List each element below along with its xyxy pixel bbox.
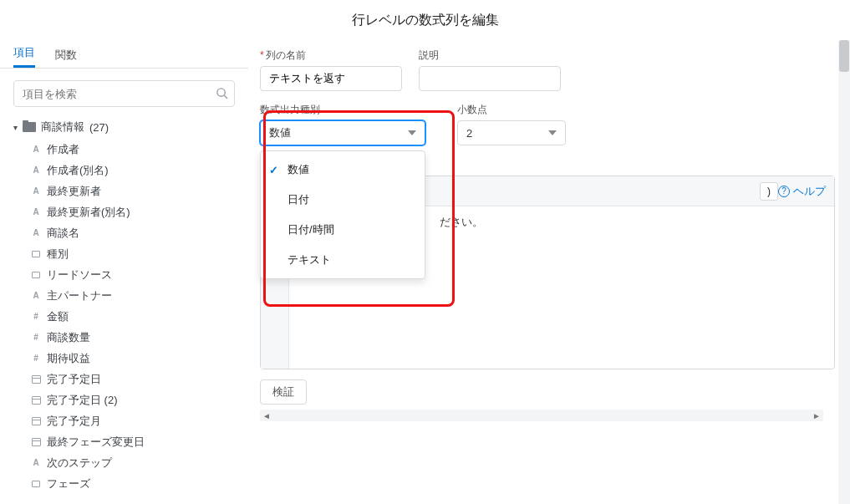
column-name-col: *列の名前 xyxy=(260,48,402,91)
form-row-2: 数式出力種別 数値 数値日付日付/時間テキスト 小数点 2 xyxy=(260,103,835,145)
svg-point-0 xyxy=(217,89,225,96)
tree-item[interactable]: #金額 xyxy=(30,306,243,327)
output-type-option[interactable]: 日付 xyxy=(261,185,425,215)
tree-item[interactable]: A商談名 xyxy=(30,222,243,243)
tree-item-label: 種別 xyxy=(47,247,69,262)
chevron-down-icon xyxy=(548,130,557,135)
body: 項目 関数 ▾ 商談情報 (27) A作成者A作成者(別名)A最終更新者A最終更… xyxy=(0,40,850,504)
output-type-option[interactable]: テキスト xyxy=(261,245,425,275)
tree-item[interactable]: 完了予定日 xyxy=(30,369,243,389)
type-icon: # xyxy=(30,354,42,363)
field-tree[interactable]: ▾ 商談情報 (27) A作成者A作成者(別名)A最終更新者A最終更新者(別名)… xyxy=(13,115,248,504)
type-icon: A xyxy=(30,291,42,300)
dialog-root: 行レベルの数式列を編集 項目 関数 ▾ 商談情報 (27) xyxy=(0,0,850,504)
tree-item-label: 最終フェーズ変更日 xyxy=(47,435,145,450)
decimals-col: 小数点 2 xyxy=(457,103,566,145)
type-icon xyxy=(30,417,42,425)
right-pane: *列の名前 説明 数式出力種別 数値 数値日付日付/時間テ xyxy=(248,40,850,504)
output-type-option[interactable]: 数値 xyxy=(261,155,425,185)
tree-item-label: 商談数量 xyxy=(47,330,90,345)
tree-list: A作成者A作成者(別名)A最終更新者A最終更新者(別名)A商談名種別リードソース… xyxy=(30,139,243,494)
chevron-down-icon xyxy=(408,130,416,135)
type-icon xyxy=(30,438,42,446)
output-type-value: 数値 xyxy=(269,125,291,140)
tree-item[interactable]: A作成者(別名) xyxy=(30,160,243,181)
paren-button[interactable]: ) xyxy=(760,182,778,201)
search-wrap xyxy=(13,80,235,107)
tree-item-label: 作成者(別名) xyxy=(47,163,109,178)
tree-item[interactable]: 種別 xyxy=(30,243,243,264)
tree-item-label: 作成者 xyxy=(47,142,79,157)
type-icon: A xyxy=(30,458,42,467)
help-icon: ? xyxy=(778,186,790,197)
type-icon xyxy=(30,481,42,487)
tree-item-label: 最終更新者 xyxy=(47,184,101,199)
tree-item-label: 完了予定日 (2) xyxy=(47,393,118,408)
output-type-col: 数式出力種別 数値 数値日付日付/時間テキスト xyxy=(260,103,425,145)
tree-item[interactable]: A次のステップ xyxy=(30,452,243,473)
scroll-thumb[interactable] xyxy=(839,40,849,72)
tab-fields[interactable]: 項目 xyxy=(13,45,35,68)
search-icon xyxy=(216,87,228,102)
help-link[interactable]: ? ヘルプ xyxy=(778,184,826,199)
column-name-input[interactable] xyxy=(260,66,402,91)
tree-item-label: 最終更新者(別名) xyxy=(47,205,130,220)
column-name-label: *列の名前 xyxy=(260,48,402,63)
help-label: ヘルプ xyxy=(793,184,826,199)
formula-placeholder: ださい。 xyxy=(440,215,483,230)
output-type-label: 数式出力種別 xyxy=(260,103,425,117)
output-type-select[interactable]: 数値 xyxy=(260,120,425,145)
tree-folder[interactable]: ▾ 商談情報 (27) xyxy=(13,115,243,139)
type-icon: A xyxy=(30,228,42,237)
type-icon: A xyxy=(30,165,42,175)
decimals-select[interactable]: 2 xyxy=(457,120,566,145)
tree-item[interactable]: #商談数量 xyxy=(30,327,243,348)
tree-item[interactable]: フェーズ xyxy=(30,473,243,494)
validate-button[interactable]: 検証 xyxy=(260,379,307,405)
vertical-scrollbar[interactable] xyxy=(838,40,850,504)
tabs: 項目 関数 xyxy=(0,40,248,69)
validate-row: 検証 xyxy=(260,379,835,405)
search-input[interactable] xyxy=(13,80,235,107)
type-icon: # xyxy=(30,312,42,321)
tree-item[interactable]: A最終更新者(別名) xyxy=(30,201,243,222)
tree-item[interactable]: リードソース xyxy=(30,264,243,285)
decimals-value: 2 xyxy=(466,127,472,140)
type-icon xyxy=(30,375,42,384)
folder-count: (27) xyxy=(89,121,109,134)
type-icon: A xyxy=(30,186,42,196)
folder-icon xyxy=(23,122,36,132)
output-type-wrap: 数値 数値日付日付/時間テキスト xyxy=(260,120,425,145)
tab-functions[interactable]: 関数 xyxy=(55,48,77,68)
description-col: 説明 xyxy=(419,48,561,91)
tree-item[interactable]: #期待収益 xyxy=(30,348,243,369)
description-input[interactable] xyxy=(419,66,561,91)
tree-item-label: 商談名 xyxy=(47,226,79,241)
type-icon: # xyxy=(30,333,42,342)
scroll-right-icon: ► xyxy=(812,411,821,420)
tree-item[interactable]: A最終更新者 xyxy=(30,181,243,201)
folder-label: 商談情報 xyxy=(41,120,84,135)
tree-item[interactable]: A主パートナー xyxy=(30,285,243,306)
type-icon: A xyxy=(30,207,42,216)
tree-item[interactable]: 最終フェーズ変更日 xyxy=(30,431,243,452)
type-icon xyxy=(30,272,42,278)
tree-item-label: フェーズ xyxy=(47,476,90,491)
tree-item[interactable]: 完了予定月 xyxy=(30,410,243,431)
tree-item-label: 完了予定月 xyxy=(47,414,101,429)
svg-line-1 xyxy=(224,95,227,99)
chevron-down-icon: ▾ xyxy=(13,123,18,132)
type-icon xyxy=(30,396,42,405)
horizontal-scrollbar[interactable]: ◄ ► xyxy=(260,410,823,421)
tree-item-label: リードソース xyxy=(47,267,112,283)
tree-item-label: 金額 xyxy=(47,309,69,324)
output-type-option[interactable]: 日付/時間 xyxy=(261,215,425,245)
tree-item-label: 次のステップ xyxy=(47,456,112,471)
description-label: 説明 xyxy=(419,48,561,63)
output-type-dropdown: 数値日付日付/時間テキスト xyxy=(260,150,425,279)
tree-item[interactable]: 完了予定日 (2) xyxy=(30,389,243,410)
tree-item-label: 完了予定日 xyxy=(47,372,101,387)
tree-item-label: 期待収益 xyxy=(47,351,90,366)
tree-item[interactable]: A作成者 xyxy=(30,139,243,160)
type-icon: A xyxy=(30,145,42,154)
